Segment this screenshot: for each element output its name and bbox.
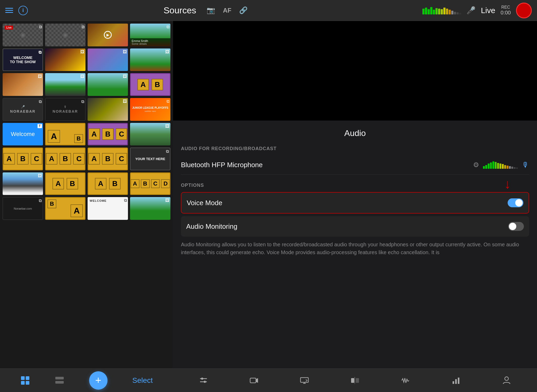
audio-level-bars xyxy=(483,161,518,169)
right-bottom-toolbar xyxy=(173,368,537,392)
source-thumb-20[interactable]: 🖼 xyxy=(130,123,170,146)
recording-section-label: AUDIO FOR RECORDING/BROADCAST xyxy=(181,146,529,151)
waveform-icon[interactable] xyxy=(401,376,410,385)
header-left-controls: i xyxy=(5,6,37,15)
rec-time: 0:00 xyxy=(501,10,511,16)
source-thumb-9[interactable]: 🖼 xyxy=(3,73,43,96)
audio-device-controls: ⚙ xyxy=(473,161,529,169)
audio-device-name: Bluetooth HFP Microphone xyxy=(181,161,263,169)
source-thumb-1[interactable]: Live ▣ ⧉ xyxy=(3,24,43,46)
source-thumb-19[interactable]: A B C xyxy=(88,123,128,146)
voice-mode-container: ↓ Voice Mode xyxy=(181,192,529,214)
source-thumb-18[interactable]: A B xyxy=(45,123,85,146)
options-section-label: OPTIONS xyxy=(181,183,529,188)
svg-rect-20 xyxy=(453,381,454,384)
analytics-icon[interactable] xyxy=(452,376,460,385)
sources-title: Sources xyxy=(164,5,196,15)
svg-rect-0 xyxy=(21,376,25,380)
source-thumb-14[interactable]: 🎙 NORAEBAR ⧉ xyxy=(45,98,85,121)
source-thumb-3[interactable]: ▶ xyxy=(88,24,128,46)
transition-icon[interactable] xyxy=(351,376,359,385)
rec-label: REC xyxy=(501,5,510,10)
audio-meter xyxy=(422,7,461,14)
svg-rect-3 xyxy=(26,381,29,385)
sources-panel-container: Live ▣ ⧉ ▣ ⧉ ▶ xyxy=(0,21,173,392)
svg-rect-1 xyxy=(26,376,29,380)
menu-icon[interactable] xyxy=(5,8,13,13)
red-arrow-down: ↓ xyxy=(504,176,511,192)
source-thumb-13[interactable]: 🎤 NORAEBAR ⧉ xyxy=(3,98,43,121)
source-thumb-21[interactable]: A B C xyxy=(3,148,43,170)
source-thumb-5[interactable]: WELCOMETO THE SHOW ⧉ xyxy=(3,48,43,71)
sources-grid-panel: Live ▣ ⧉ ▣ ⧉ ▶ xyxy=(0,21,173,368)
sources-grid: Live ▣ ⧉ ▣ ⧉ ▶ xyxy=(3,24,170,220)
source-thumb-31[interactable]: WELCOME ⧉ xyxy=(88,197,128,220)
source-thumb-26[interactable]: A B xyxy=(45,172,85,195)
source-thumb-6[interactable]: 🖼 xyxy=(45,48,85,71)
svg-rect-4 xyxy=(55,377,64,379)
select-button[interactable]: Select xyxy=(132,376,153,385)
right-panel: Audio AUDIO FOR RECORDING/BROADCAST Blue… xyxy=(173,21,537,392)
audio-description: Audio Monitoring allows you to listen to… xyxy=(181,241,529,256)
live-preview xyxy=(173,21,537,121)
add-source-button[interactable]: + xyxy=(89,371,108,390)
svg-rect-18 xyxy=(356,378,359,383)
source-thumb-29[interactable]: Noraebar.com ⧉ xyxy=(3,197,43,220)
audio-monitoring-toggle[interactable] xyxy=(508,222,524,231)
layers-view-button[interactable] xyxy=(55,376,64,385)
camera-icon[interactable]: 📷 xyxy=(207,6,215,14)
svg-rect-17 xyxy=(351,378,354,383)
info-icon[interactable]: i xyxy=(18,6,28,15)
main-content: Live ▣ ⧉ ▣ ⧉ ▶ xyxy=(0,21,537,392)
svg-point-23 xyxy=(505,377,508,380)
output-icon[interactable] xyxy=(300,376,309,385)
source-thumb-22[interactable]: A B C xyxy=(45,148,85,170)
source-thumb-12[interactable]: A B xyxy=(130,73,170,96)
source-thumb-30[interactable]: A B xyxy=(45,197,85,220)
source-thumb-23[interactable]: A B C xyxy=(88,148,128,170)
source-thumb-25[interactable]: 🖼 xyxy=(3,172,43,195)
audio-monitoring-row: Audio Monitoring xyxy=(181,216,529,237)
app-header: i Sources 📷 AF 🔗 🎤 Live xyxy=(0,0,537,21)
person-icon[interactable] xyxy=(502,376,511,385)
svg-rect-2 xyxy=(21,381,25,385)
af-label[interactable]: AF xyxy=(223,7,231,14)
source-thumb-7[interactable]: 🖼 xyxy=(88,48,128,71)
audio-panel: Audio AUDIO FOR RECORDING/BROADCAST Blue… xyxy=(173,121,537,368)
share-icon[interactable]: 🔗 xyxy=(239,6,248,14)
source-thumb-24[interactable]: YOUR TEXT HERE ⧉ xyxy=(130,148,170,170)
svg-line-16 xyxy=(306,380,307,382)
voice-mode-row: Voice Mode xyxy=(181,192,529,214)
source-thumb-17[interactable]: Welcome T xyxy=(3,123,43,146)
svg-rect-10 xyxy=(250,378,256,383)
audio-monitoring-label: Audio Monitoring xyxy=(186,222,237,231)
svg-point-9 xyxy=(204,381,206,383)
source-thumb-8[interactable]: 🖼 xyxy=(130,48,170,71)
live-label: Live xyxy=(481,6,495,15)
bottom-nav: + Select xyxy=(0,368,173,392)
source-thumb-32[interactable]: 🖼 xyxy=(130,197,170,220)
header-center: Sources 📷 AF 🔗 xyxy=(37,5,374,15)
rec-section: REC 0:00 xyxy=(501,5,511,16)
sliders-icon[interactable] xyxy=(199,376,208,385)
svg-rect-22 xyxy=(458,378,459,384)
source-thumb-16[interactable]: JUNIOR LEAGUE PLAYOFFS subtitle here ⧉ xyxy=(130,98,170,121)
source-thumb-2[interactable]: ▣ ⧉ xyxy=(45,24,85,46)
svg-rect-21 xyxy=(455,379,457,384)
settings-gear-icon[interactable]: ⚙ xyxy=(473,161,479,169)
source-thumb-10[interactable]: 🖼 xyxy=(45,73,85,96)
source-thumb-15[interactable]: 🖼 xyxy=(88,98,128,121)
voice-mode-label: Voice Mode xyxy=(187,199,222,207)
header-right-controls: 🎤 Live REC 0:00 xyxy=(374,3,532,18)
source-thumb-28[interactable]: A B C D xyxy=(130,172,170,195)
voice-mode-toggle[interactable] xyxy=(508,198,523,207)
source-thumb-4[interactable]: Emma Smith Some details ⧉ xyxy=(130,24,170,46)
grid-view-button[interactable] xyxy=(20,376,30,385)
svg-rect-5 xyxy=(55,381,64,384)
record-button[interactable] xyxy=(516,3,532,18)
svg-point-7 xyxy=(201,378,203,380)
video-icon[interactable] xyxy=(250,376,259,385)
source-thumb-11[interactable]: 🖼 xyxy=(88,73,128,96)
source-thumb-27[interactable]: A B xyxy=(88,172,128,195)
mic-icon-header: 🎤 xyxy=(466,6,476,15)
